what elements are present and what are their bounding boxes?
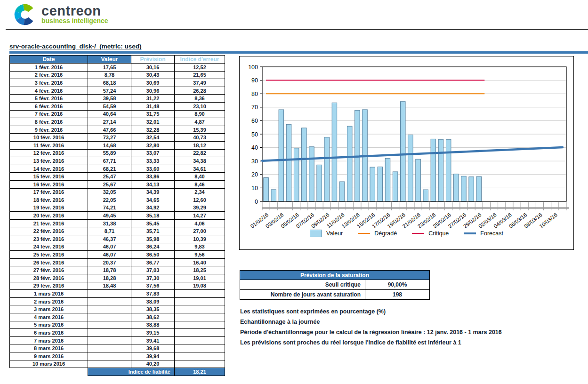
table-row: 2 mars 201638,09: [10, 297, 225, 305]
table-row: 3 mars 201638,35: [10, 305, 225, 313]
cell: 33,33: [131, 157, 175, 165]
bar: [454, 174, 459, 201]
cell: 54,59: [88, 102, 131, 110]
cell: 19 févr. 2016: [10, 204, 88, 212]
cell: 27 févr. 2016: [10, 266, 88, 274]
y-tick-label: 20: [251, 171, 258, 178]
bar: [286, 124, 291, 201]
cell: 18,28: [88, 274, 131, 282]
cell: 46,07: [88, 251, 131, 259]
cell: 16,40: [175, 258, 225, 266]
cell: 32,28: [131, 126, 175, 134]
cell: [175, 352, 225, 360]
bar: [446, 139, 451, 201]
cell: 46,07: [88, 243, 131, 251]
table-row: 22 févr. 20168,7135,7127,00: [10, 227, 225, 235]
table-row: Nombre de jours avant saturation 198: [240, 290, 430, 300]
y-tick-label: 80: [251, 91, 258, 97]
bar: [339, 182, 345, 201]
cell: 9,56: [175, 251, 225, 259]
title-accent-bar: [9, 51, 588, 54]
cell: 8,90: [175, 110, 225, 118]
legend-label: Dégradé: [374, 230, 397, 237]
cell: 33,07: [131, 149, 175, 157]
cell: 19,01: [175, 274, 225, 282]
cell: 23,10: [175, 102, 225, 110]
cell: 36,24: [131, 243, 175, 251]
cell: 46,37: [88, 235, 131, 243]
forecast-data-table: DateValeurPrévisionIndice d'erreur 1 fév…: [9, 55, 225, 376]
cell: 25,47: [88, 173, 131, 181]
reliability-index-label: Indice de fiabilité: [88, 368, 175, 376]
table-row: 6 févr. 201654,5931,4823,10: [10, 102, 225, 110]
table-row: 8 mars 201639,68: [10, 344, 225, 352]
cell: 57,24: [88, 87, 131, 95]
cell: 4 mars 2016: [10, 313, 88, 321]
cell: 39,29: [175, 204, 225, 212]
cell: 7 mars 2016: [10, 336, 88, 344]
note-line: Les statistiques sont exprimées en pourc…: [240, 306, 502, 317]
cell: [88, 360, 131, 368]
bar: [401, 102, 406, 201]
cell: 5 févr. 2016: [10, 95, 88, 103]
bar: [423, 190, 428, 201]
empty-cell: [10, 368, 88, 376]
cell: 6 mars 2016: [10, 329, 88, 337]
logo-text: centreon business intelligence: [41, 4, 108, 24]
y-tick-label: 60: [251, 118, 258, 124]
cell: 8,78: [88, 71, 131, 79]
table-row: 9 févr. 201647,6632,2815,39: [10, 126, 225, 134]
cell: 9 févr. 2016: [10, 126, 88, 134]
table-row: 4 févr. 201657,2430,9626,28: [10, 87, 225, 95]
column-header: Date: [10, 56, 88, 64]
cell: 34,61: [175, 165, 225, 173]
cell: 8,40: [175, 173, 225, 181]
cell: 39,41: [131, 336, 175, 344]
cell: 16 févr. 2016: [10, 180, 88, 188]
critical-threshold-label: Seuil critique: [240, 280, 365, 290]
cell: 37,83: [131, 290, 175, 298]
cell: 36,50: [131, 251, 175, 259]
cell: 3 févr. 2016: [10, 79, 88, 87]
page-title: srv-oracle-accounting disk-/ (metric: us…: [9, 43, 142, 50]
bar: [469, 177, 474, 201]
cell: 12 févr. 2016: [10, 149, 88, 157]
saturation-table-header: Prévision de la saturation: [240, 271, 430, 280]
logo-segment: [24, 7, 31, 10]
cell: 1 mars 2016: [10, 290, 88, 298]
cell: 38,09: [131, 297, 175, 305]
table-row: 1 févr. 201617,6530,1612,52: [10, 64, 225, 72]
cell: 8 févr. 2016: [10, 118, 88, 126]
table-row: 5 févr. 201639,5831,228,36: [10, 95, 225, 103]
cell: 38,62: [131, 313, 175, 321]
cell: [88, 336, 131, 344]
cell: 38,88: [131, 321, 175, 329]
bar: [416, 159, 421, 201]
bar: [324, 137, 330, 201]
report-page: centreon business intelligence srv-oracl…: [0, 0, 588, 384]
table-row: 21 févr. 201631,3835,454,06: [10, 219, 225, 227]
cell: 38,35: [131, 305, 175, 313]
bar: [294, 148, 299, 201]
cell: 23 févr. 2016: [10, 235, 88, 243]
cell: 29 févr. 2016: [10, 282, 88, 290]
cell: [88, 321, 131, 329]
cell: 31,48: [131, 102, 175, 110]
cell: [175, 297, 225, 305]
cell: [175, 360, 225, 368]
y-tick-label: 50: [251, 131, 258, 138]
table-row: 13 févr. 201667,7133,3334,38: [10, 157, 225, 165]
bar: [309, 147, 314, 201]
cell: 17,65: [88, 64, 131, 72]
logo-segment: [24, 19, 31, 22]
legend-item-critique: Critique: [412, 230, 449, 237]
cell: 37,56: [131, 282, 175, 290]
table-row: 18 févr. 201622,0534,6512,60: [10, 196, 225, 204]
critique-line-icon: [412, 233, 424, 234]
cell: 22,82: [175, 149, 225, 157]
bar: [302, 128, 307, 201]
cell: 55,89: [88, 149, 131, 157]
y-tick-label: 90: [251, 77, 258, 84]
cell: 40,64: [88, 110, 131, 118]
cell: 31,22: [131, 95, 175, 103]
